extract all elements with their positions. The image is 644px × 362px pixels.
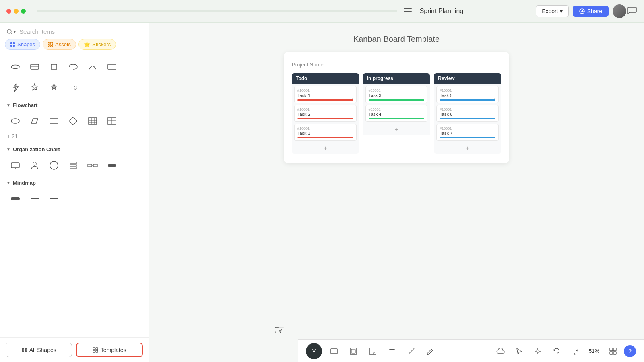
flowchart-section-header[interactable]: ▼ Flowchart: [4, 98, 144, 111]
svg-rect-39: [22, 350, 24, 352]
kanban-columns: Todo #10001 Task 1 ⋮ #10001 Task 2 ⋮: [292, 73, 501, 154]
svg-rect-46: [350, 348, 357, 354]
flowchart-shape-table2[interactable]: [103, 112, 121, 130]
svg-rect-58: [613, 352, 616, 354]
svg-rect-4: [13, 42, 15, 44]
maximize-dot[interactable]: [21, 9, 26, 14]
card-menu-icon: ⋮: [421, 115, 425, 119]
canvas-title: Kanban Board Template: [353, 35, 440, 44]
org-chart-section-header[interactable]: ▼ Organization Chart: [4, 142, 144, 155]
col-add-button[interactable]: +: [363, 124, 430, 135]
export-button[interactable]: Export ▾: [536, 5, 568, 17]
cloud-save-icon[interactable]: [493, 344, 508, 358]
avatar[interactable]: [613, 4, 626, 18]
grid-icon: [21, 347, 27, 353]
more-shapes-label[interactable]: + 3: [64, 79, 82, 97]
rectangle-tool[interactable]: [327, 344, 341, 358]
minimize-dot[interactable]: [14, 9, 19, 14]
shapes-icon: [10, 42, 15, 47]
canvas-area[interactable]: Kanban Board Template Project Name Todo …: [149, 23, 644, 362]
svg-rect-27: [70, 165, 76, 166]
tab-shapes[interactable]: Shapes: [5, 39, 40, 50]
zoom-level[interactable]: 51%: [586, 348, 602, 354]
flowchart-shapes-grid: [4, 111, 144, 132]
svg-rect-43: [93, 350, 95, 352]
svg-point-50: [537, 350, 539, 352]
shape-item[interactable]: [6, 58, 24, 76]
kanban-card[interactable]: #10001 Task 4 ⋮: [365, 105, 428, 122]
mindmap-shape-pill[interactable]: [6, 190, 24, 208]
org-shape-stack[interactable]: [64, 156, 82, 174]
col-header-todo: Todo: [292, 73, 359, 84]
templates-button[interactable]: Templates: [76, 343, 143, 357]
card-menu-icon: ⋮: [350, 115, 354, 119]
shape-item[interactable]: [103, 58, 121, 76]
line-tool[interactable]: [404, 344, 419, 358]
svg-rect-38: [25, 348, 27, 350]
card-menu-icon: ⋮: [350, 134, 354, 138]
mindmap-shape-line2[interactable]: [45, 190, 63, 208]
share-button[interactable]: Share: [573, 6, 609, 17]
shape-item[interactable]: [26, 79, 43, 97]
kanban-card[interactable]: #10001 Task 7 ⋮: [436, 124, 499, 141]
org-shape-circle[interactable]: [45, 156, 63, 174]
kanban-card[interactable]: #10001 Task 5 ⋮: [436, 86, 499, 103]
flowchart-more[interactable]: + 21: [4, 132, 144, 142]
svg-rect-45: [331, 349, 337, 354]
col-add-button[interactable]: +: [292, 143, 359, 154]
shape-item[interactable]: [45, 79, 63, 97]
kanban-card[interactable]: #10001 Task 3 ⋮: [365, 86, 428, 103]
close-dot[interactable]: [6, 9, 11, 14]
flowchart-shape-oval[interactable]: [6, 112, 24, 130]
flowchart-shape-table[interactable]: [84, 112, 101, 130]
templates-icon: [93, 347, 98, 353]
text-tool[interactable]: [385, 344, 399, 358]
shape-item[interactable]: [45, 58, 63, 76]
org-shape-horiz[interactable]: [84, 156, 101, 174]
pen-tool[interactable]: [423, 344, 438, 358]
col-add-button[interactable]: +: [434, 143, 501, 154]
flowchart-shape-rect[interactable]: [45, 112, 63, 130]
top-bar-actions: Export ▾ Share: [536, 4, 626, 18]
kanban-card[interactable]: #10001 Task 6 ⋮: [436, 105, 499, 122]
mindmap-shape-line1[interactable]: [26, 190, 43, 208]
org-shape-box[interactable]: [6, 156, 24, 174]
undo-icon[interactable]: [549, 344, 564, 358]
cursor-icon[interactable]: [512, 344, 526, 358]
kanban-card[interactable]: #10001 Task 2 ⋮: [294, 105, 357, 122]
shape-item[interactable]: [84, 58, 101, 76]
shape-tabs: Shapes 🖼 Assets ⭐ Stickers: [0, 39, 149, 54]
chat-icon[interactable]: [626, 5, 638, 16]
transform-icon[interactable]: [530, 344, 545, 358]
shape-item[interactable]: [6, 79, 24, 97]
svg-rect-40: [25, 350, 27, 352]
svg-rect-9: [108, 64, 116, 69]
flowchart-shape-parallelogram[interactable]: [26, 112, 43, 130]
lightning-shapes-grid: + 3: [4, 77, 144, 98]
card-menu-icon: ⋮: [350, 96, 354, 101]
svg-rect-33: [11, 197, 20, 200]
search-input[interactable]: [19, 28, 142, 35]
menu-icon[interactable]: [404, 6, 415, 17]
org-shape-bar[interactable]: [103, 156, 121, 174]
kanban-card[interactable]: #10001 Task 3 ⋮: [294, 124, 357, 141]
grid-view-icon[interactable]: [606, 344, 620, 358]
top-bar-right: [626, 5, 638, 18]
close-button[interactable]: ×: [306, 343, 322, 359]
redo-icon[interactable]: [568, 344, 582, 358]
help-button[interactable]: ?: [624, 345, 636, 357]
main-layout: ▾ Shapes 🖼 Assets ⭐ Stickers: [0, 23, 644, 362]
sticky-note-tool[interactable]: [365, 344, 380, 358]
tab-stickers[interactable]: ⭐ Stickers: [78, 39, 116, 50]
kanban-card[interactable]: #10001 Task 1 ⋮: [294, 86, 357, 103]
tab-assets[interactable]: 🖼 Assets: [43, 39, 76, 50]
org-shape-person[interactable]: [26, 156, 43, 174]
mindmap-section-header[interactable]: ▼ Mindmap: [4, 176, 144, 188]
all-shapes-button[interactable]: All Shapes: [6, 343, 72, 357]
flowchart-shape-diamond[interactable]: [64, 112, 82, 130]
shape-item[interactable]: [26, 58, 43, 76]
svg-rect-56: [613, 348, 616, 351]
collapse-arrow: ▼: [6, 181, 10, 185]
frame-tool[interactable]: [346, 344, 361, 358]
shape-item[interactable]: [64, 58, 82, 76]
